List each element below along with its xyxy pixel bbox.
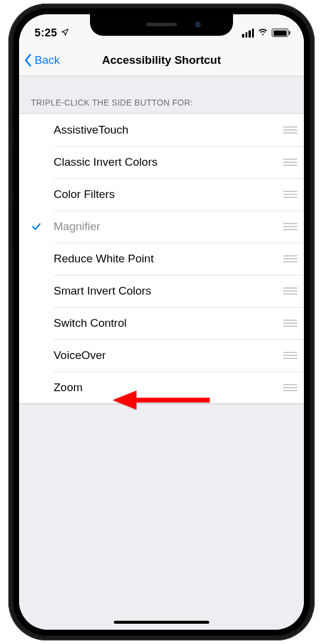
wifi-icon (257, 26, 268, 39)
reorder-handle-icon[interactable] (277, 178, 304, 210)
checkmark-icon (31, 221, 42, 232)
option-label: Magnifier (54, 220, 277, 233)
back-button[interactable]: Back (24, 44, 60, 76)
empty-area (19, 404, 304, 630)
option-label: AssistiveTouch (54, 123, 277, 137)
reorder-handle-icon[interactable] (277, 275, 304, 307)
option-row[interactable]: Smart Invert Colors (19, 275, 304, 307)
speaker-grille (146, 23, 177, 26)
reorder-handle-icon[interactable] (277, 243, 304, 275)
chevron-left-icon (24, 54, 32, 67)
page-title: Accessibility Shortcut (102, 54, 221, 67)
reorder-handle-icon[interactable] (277, 146, 304, 178)
notch (90, 14, 233, 36)
option-row[interactable]: Magnifier (19, 210, 304, 243)
reorder-handle-icon[interactable] (277, 339, 304, 371)
home-indicator[interactable] (114, 621, 209, 624)
option-row[interactable]: VoiceOver (19, 339, 304, 371)
option-label: Reduce White Point (54, 252, 277, 265)
option-row[interactable]: Zoom (19, 371, 304, 404)
option-row[interactable]: Classic Invert Colors (19, 146, 304, 178)
status-time: 5:25 (35, 27, 57, 39)
option-row[interactable]: Color Filters (19, 178, 304, 210)
cellular-signal-icon (242, 29, 254, 38)
option-label: Zoom (54, 381, 277, 394)
option-row[interactable]: AssistiveTouch (19, 114, 304, 146)
reorder-handle-icon[interactable] (277, 371, 304, 403)
options-list: AssistiveTouchClassic Invert ColorsColor… (19, 113, 304, 404)
reorder-handle-icon[interactable] (277, 114, 304, 146)
front-camera (195, 21, 201, 27)
battery-icon (272, 29, 288, 37)
reorder-handle-icon[interactable] (277, 210, 304, 243)
option-label: Smart Invert Colors (54, 284, 277, 298)
location-icon (61, 27, 69, 39)
nav-bar: Back Accessibility Shortcut (19, 44, 304, 76)
back-label: Back (35, 54, 60, 67)
separator (54, 403, 304, 404)
option-label: Color Filters (54, 188, 277, 201)
option-label: Switch Control (54, 317, 277, 330)
option-label: Classic Invert Colors (54, 156, 277, 169)
reorder-handle-icon[interactable] (277, 307, 304, 339)
phone-frame: 5:25 (8, 4, 315, 640)
option-row[interactable]: Reduce White Point (19, 243, 304, 275)
checkmark-slot (19, 221, 54, 232)
option-label: VoiceOver (54, 349, 277, 362)
section-header: TRIPLE-CLICK THE SIDE BUTTON FOR: (19, 76, 304, 113)
option-row[interactable]: Switch Control (19, 307, 304, 339)
